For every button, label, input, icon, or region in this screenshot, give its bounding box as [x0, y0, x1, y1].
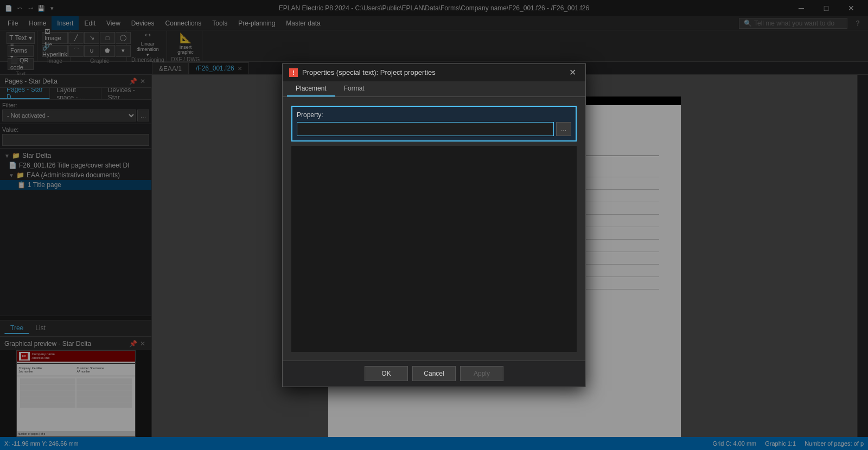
modal-content-area	[291, 146, 577, 352]
modal-footer: OK Cancel Apply	[283, 361, 585, 387]
modal-tab-format-label: Format	[344, 85, 365, 92]
modal-overlay: ! Properties (special text): Project pro…	[0, 0, 868, 450]
modal-title-text: Properties (special text): Project prope…	[302, 68, 436, 76]
modal-close-button[interactable]: ✕	[566, 66, 579, 79]
properties-modal: ! Properties (special text): Project pro…	[282, 63, 586, 387]
modal-title-left: ! Properties (special text): Project pro…	[289, 68, 436, 77]
modal-title-bar: ! Properties (special text): Project pro…	[283, 64, 585, 81]
cancel-button[interactable]: Cancel	[412, 366, 456, 381]
property-label: Property:	[297, 111, 571, 119]
modal-warning-icon: !	[289, 68, 298, 77]
property-browse-button[interactable]: ...	[556, 122, 571, 136]
modal-body: Property: ...	[283, 97, 585, 361]
modal-tab-placement[interactable]: Placement	[287, 81, 335, 97]
apply-button[interactable]: Apply	[460, 366, 503, 381]
modal-tabs: Placement Format	[283, 81, 585, 97]
property-input-row: ...	[297, 122, 571, 136]
property-input[interactable]	[297, 122, 554, 136]
property-section: Property: ...	[291, 106, 577, 142]
modal-tab-format[interactable]: Format	[335, 81, 373, 97]
modal-tab-placement-label: Placement	[296, 85, 327, 92]
ok-button[interactable]: OK	[365, 366, 408, 381]
